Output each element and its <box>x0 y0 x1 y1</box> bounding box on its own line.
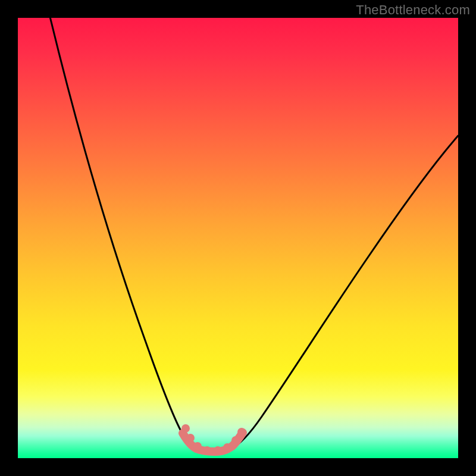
data-dot <box>193 442 202 450</box>
data-dot <box>186 434 195 442</box>
data-dot <box>223 443 231 452</box>
chart-root: TheBottleneck.com <box>0 0 476 476</box>
data-dot <box>203 446 211 455</box>
curve-layer <box>18 18 458 458</box>
attribution-text: TheBottleneck.com <box>356 2 470 18</box>
data-dot <box>214 446 222 455</box>
data-dot <box>231 436 240 444</box>
data-dot <box>181 424 190 433</box>
bottleneck-curve-right <box>231 136 458 449</box>
plot-area <box>18 18 458 458</box>
data-dot <box>237 428 246 436</box>
bottleneck-curve-left <box>49 18 195 449</box>
